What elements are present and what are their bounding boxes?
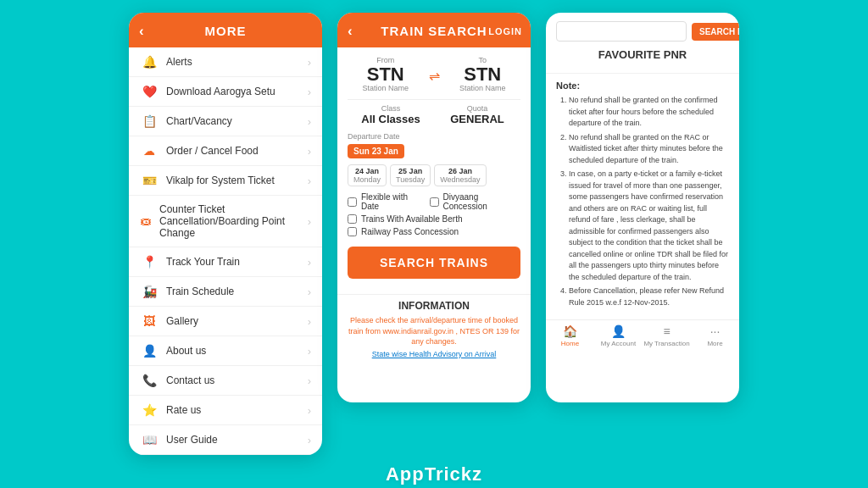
chevron-right-icon: › [308,115,311,128]
bottom-nav: 🏠Home👤My Account≡My Transaction···More [546,319,739,350]
info-text: Please check the arrival/departure time … [348,315,520,347]
menu-item-label: Download Aarogya Setu [166,86,275,97]
menu-item-label: Chart/Vacancy [166,115,232,127]
chip-weekday: Tuesday [396,175,425,184]
menu-item-contact[interactable]: 📞 Contact us › [129,366,322,396]
to-code[interactable]: STN [445,65,521,84]
chevron-right-icon: › [308,286,311,298]
menu-item-left: 📍 Track Your Train [140,255,240,269]
left-phone-header: ‹ MORE [129,13,322,47]
menu-list: 🔔 Alerts › ❤️ Download Aarogya Setu › 📋 … [129,47,322,455]
menu-item-label: About us [166,345,206,357]
menu-item-schedule[interactable]: 🚂 Train Schedule › [129,277,322,307]
menu-item-about[interactable]: 👤 About us › [129,336,322,366]
menu-item-aarogya[interactable]: ❤️ Download Aarogya Setu › [129,77,322,107]
checkbox-label-berth: Trains With Available Berth [361,214,463,224]
checkbox-berth[interactable] [348,214,357,224]
train-search-body: From STN Station Name ⇌ To STN Station N… [337,47,531,294]
menu-icon-gallery: 🖼 [140,314,159,328]
quota-box[interactable]: Quota GENERAL [434,104,520,125]
phone-left: ‹ MORE 🔔 Alerts › ❤️ Download Aarogya Se… [129,13,322,455]
menu-item-left: 📖 User Guide [140,433,218,446]
login-button[interactable]: LOGIN [488,26,522,36]
menu-item-left: 🎫 Vikalp for System Ticket [140,174,275,187]
main-container: ‹ MORE 🔔 Alerts › ❤️ Download Aarogya Se… [103,0,765,455]
from-code[interactable]: STN [348,65,424,84]
class-quota-row: Class All Classes Quota GENERAL [348,104,520,125]
menu-item-chart[interactable]: 📋 Chart/Vacancy › [129,107,322,136]
middle-back-arrow[interactable]: ‹ [348,23,353,40]
chevron-right-icon: › [308,404,311,417]
info-link[interactable]: State wise Health Advisory on Arrival [348,350,520,358]
menu-item-label: Counter Ticket Cancellation/Boarding Poi… [159,203,308,239]
menu-item-left: 🎟 Counter Ticket Cancellation/Boarding P… [140,203,308,239]
class-box[interactable]: Class All Classes [348,104,434,125]
checkbox-section: Flexible with DateDivyaang ConcessionTra… [348,192,520,240]
menu-item-rate[interactable]: ⭐ Rate us › [129,396,322,425]
nav-item-transaction[interactable]: ≡My Transaction [643,324,691,347]
menu-item-alerts[interactable]: 🔔 Alerts › [129,47,322,77]
departure-section: Departure Date Sun 23 Jan 24 JanMonday25… [348,132,520,186]
menu-item-left: ⭐ Rate us [140,403,201,417]
departure-date-button[interactable]: Sun 23 Jan [348,144,404,158]
info-title: INFORMATION [348,300,520,312]
pnr-body: SEARCH PNR FAVOURITE PNR [546,13,739,73]
menu-item-counter[interactable]: 🎟 Counter Ticket Cancellation/Boarding P… [129,196,322,247]
menu-icon-chart: 📋 [140,114,159,128]
pnr-input[interactable] [556,21,687,42]
note-item: Before Cancellation, please refer New Re… [569,286,729,308]
menu-item-food[interactable]: ☁ Order / Cancel Food › [129,136,322,166]
date-chip[interactable]: 25 JanTuesday [390,164,431,186]
chevron-right-icon: › [308,434,311,446]
date-chip[interactable]: 24 JanMonday [348,164,387,186]
nav-item-home[interactable]: 🏠Home [546,324,594,347]
menu-item-label: Contact us [166,374,214,386]
search-trains-button[interactable]: SEARCH TRAINS [348,247,520,279]
checkbox-row-divyaang: Divyaang Concession [430,192,520,211]
menu-icon-schedule: 🚂 [140,285,159,298]
menu-icon-aarogya: ❤️ [140,85,159,98]
chevron-right-icon: › [308,175,311,187]
checkbox-railpass[interactable] [348,227,357,236]
menu-item-label: User Guide [166,434,218,446]
chevron-right-icon: › [308,215,311,228]
menu-item-vikalp[interactable]: 🎫 Vikalp for System Ticket › [129,166,322,196]
swap-icon[interactable]: ⇌ [429,68,440,84]
left-back-arrow[interactable]: ‹ [139,23,145,40]
left-header-title: MORE [205,24,247,38]
nav-label-more: More [707,340,722,347]
menu-item-guide[interactable]: 📖 User Guide › [129,425,322,455]
checkbox-divyaang[interactable] [430,197,439,207]
date-chip[interactable]: 26 JanWednesday [434,164,486,186]
date-chips: 24 JanMonday25 JanTuesday26 JanWednesday [348,164,520,186]
checkbox-row-berth: Trains With Available Berth [348,214,463,224]
menu-item-label: Train Schedule [166,286,234,297]
menu-icon-food: ☁ [140,144,159,158]
departure-label: Departure Date [348,132,520,141]
to-station-box: To STN Station Name [445,56,521,92]
note-list: No refund shall be granted on the confir… [556,95,729,308]
menu-item-left: ❤️ Download Aarogya Setu [140,85,275,98]
search-pnr-button[interactable]: SEARCH PNR [692,23,739,41]
chip-day: 26 Jan [440,167,480,175]
class-label: Class [348,104,434,113]
favourite-pnr-title: FAVOURITE PNR [556,48,729,61]
chip-weekday: Monday [353,175,381,184]
nav-item-more[interactable]: ···More [691,324,739,347]
chevron-right-icon: › [308,256,311,269]
quota-label: Quota [434,104,520,113]
checkbox-label-railpass: Railway Pass Concession [361,227,459,236]
menu-item-left: 🚂 Train Schedule [140,285,234,298]
menu-item-left: 📋 Chart/Vacancy [140,114,232,128]
chevron-right-icon: › [308,315,311,328]
checkbox-flexible[interactable] [348,197,357,207]
menu-item-track[interactable]: 📍 Track Your Train › [129,247,322,277]
menu-icon-rate: ⭐ [140,403,159,417]
note-item: No refund shall be granted on the RAC or… [569,132,729,167]
menu-item-left: 🖼 Gallery [140,314,198,328]
note-item: No refund shall be granted on the confir… [569,95,729,130]
nav-label-home: Home [561,340,579,347]
nav-icon-account: 👤 [611,324,626,338]
nav-item-account[interactable]: 👤My Account [594,324,643,347]
menu-item-gallery[interactable]: 🖼 Gallery › [129,307,322,336]
